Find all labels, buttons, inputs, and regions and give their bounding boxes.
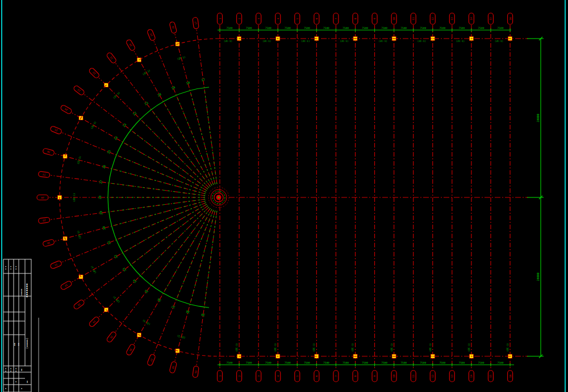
grid-bubble[interactable]: 3 bbox=[256, 13, 261, 24]
grid-bubble[interactable]: 18 bbox=[169, 22, 177, 34]
grid-bubble[interactable]: 15 bbox=[488, 370, 493, 382]
grid-bubble[interactable]: 13 bbox=[449, 13, 454, 24]
grid-bubble[interactable]: 8 bbox=[353, 13, 358, 24]
grid-bubble[interactable]: 5 bbox=[295, 13, 300, 24]
node-marker[interactable] bbox=[63, 154, 67, 158]
grid-bubble[interactable]: 25 bbox=[50, 125, 62, 134]
grid-bubble[interactable]: 10 bbox=[391, 13, 396, 24]
grid-bubble[interactable]: 13 bbox=[449, 370, 454, 382]
grid-bubble[interactable]: 10 bbox=[391, 370, 396, 382]
grid-bubble[interactable]: 29 bbox=[38, 217, 50, 224]
node-marker[interactable] bbox=[469, 37, 473, 41]
grid-bubble[interactable]: 23 bbox=[73, 85, 85, 96]
bay-label-top: (ZC-1) bbox=[417, 40, 426, 43]
grid-bubble[interactable]: 36 bbox=[126, 344, 136, 356]
grid-bubble[interactable]: 14 bbox=[469, 370, 474, 382]
title-block-text: ▪ ▪ bbox=[5, 368, 7, 372]
title-block-text: ▪▪ bbox=[17, 343, 20, 346]
grid-bubble[interactable]: 16 bbox=[508, 370, 513, 382]
grid-bubble[interactable]: 19 bbox=[147, 29, 156, 41]
grid-bubble-number: 26 bbox=[47, 150, 51, 154]
node-marker[interactable] bbox=[469, 355, 473, 359]
grid-bubble[interactable]: 21 bbox=[106, 52, 117, 64]
grid-bubble[interactable]: 26 bbox=[43, 148, 55, 156]
node-marker[interactable] bbox=[137, 58, 141, 62]
grid-bubble[interactable]: 4 bbox=[275, 370, 281, 382]
title-block-text: ▪ bbox=[20, 388, 23, 389]
radial-axis-number: 21 bbox=[144, 101, 149, 106]
grid-bubble-number: 23 bbox=[77, 88, 81, 92]
grid-bubble[interactable]: 4 bbox=[275, 13, 281, 24]
bay-label-bottom: (ZC-1) bbox=[312, 343, 315, 352]
grid-bubble[interactable]: 2 bbox=[237, 370, 242, 382]
grid-bubble[interactable]: 27 bbox=[38, 171, 50, 178]
grid-bubble[interactable]: 37 bbox=[147, 353, 156, 366]
grid-bubble[interactable]: 7 bbox=[333, 370, 339, 382]
radial-bay-label: (ZC-1) bbox=[142, 319, 151, 326]
grid-bubble[interactable]: 5 bbox=[295, 370, 300, 382]
grid-bubble[interactable]: 35 bbox=[106, 331, 117, 343]
grid-bubble[interactable]: 1 bbox=[218, 13, 223, 24]
grid-bubble-number: 33 bbox=[77, 302, 81, 306]
grid-bubble[interactable]: 34 bbox=[89, 316, 101, 328]
grid-bubble[interactable]: 11 bbox=[411, 13, 416, 24]
radial-axis-number: 20 bbox=[157, 92, 162, 98]
center-hub[interactable] bbox=[208, 187, 229, 208]
node-marker-core bbox=[432, 356, 433, 357]
grid-bubble-number: 7 bbox=[335, 18, 337, 19]
grid-bubble[interactable]: 2 bbox=[237, 13, 242, 24]
grid-bubble[interactable]: 20 bbox=[126, 39, 136, 52]
grid-bubble[interactable]: 12 bbox=[430, 370, 435, 382]
grid-bubble[interactable]: 11 bbox=[411, 370, 416, 382]
grid-bubble[interactable]: 15 bbox=[488, 13, 493, 24]
title-block[interactable]: ▪ ▪▪ ▪▪ ▪▪▪▪▪▪▪▪▪▪▪▪▪▪▪▪▪[▪▪▪▪▪]▪ ▪▪ ▪▪ … bbox=[3, 259, 39, 392]
grid-bubble-number: 16 bbox=[509, 374, 512, 378]
bay-dimension: 7500 bbox=[227, 361, 233, 364]
grid-bubble[interactable]: 12 bbox=[430, 13, 435, 24]
radial-grid[interactable]: 1718(ZC-1)1920(ZC-1)2122(ZC-1)2324(ZC-1)… bbox=[49, 30, 217, 365]
title-block-text: ▪ ▪ bbox=[15, 266, 17, 269]
grid-bubble[interactable]: 28 bbox=[37, 195, 48, 200]
title-block-text: ▪ ▪ bbox=[10, 266, 12, 269]
grid-bubble[interactable]: 22 bbox=[89, 68, 101, 79]
grid-bubble[interactable]: 9 bbox=[372, 370, 377, 382]
grid-bubble[interactable]: 33 bbox=[73, 299, 85, 310]
grid-bubble-number: 9 bbox=[373, 18, 376, 19]
grid-bubble-number: 31 bbox=[54, 263, 58, 267]
grid-bubble[interactable]: 7 bbox=[333, 13, 339, 24]
grid-bubble-number: 5 bbox=[296, 375, 299, 377]
bay-label-bottom: (ZC-1) bbox=[429, 343, 432, 352]
drawing-canvas[interactable]: 1718(ZC-1)1920(ZC-1)2122(ZC-1)2324(ZC-1)… bbox=[0, 0, 568, 392]
bay-dimension: 7500 bbox=[227, 27, 233, 29]
radial-axis-number: 26 bbox=[102, 165, 106, 169]
grid-bubble[interactable]: 30 bbox=[43, 239, 55, 247]
grid-bubble[interactable]: 39 bbox=[193, 366, 199, 378]
grid-bubble[interactable]: 6 bbox=[314, 13, 319, 24]
cad-viewport[interactable]: 1718(ZC-1)1920(ZC-1)2122(ZC-1)2324(ZC-1)… bbox=[0, 0, 568, 392]
bay-dimension: 7500 bbox=[285, 27, 291, 29]
radial-axis-number: 23 bbox=[122, 123, 127, 128]
grid-bubble-number: 5 bbox=[296, 18, 299, 19]
grid-bubble-number: 38 bbox=[172, 365, 175, 369]
bay-dimension: 7500 bbox=[458, 27, 465, 29]
bay-dimension: 7500 bbox=[304, 27, 310, 29]
grid-bubble[interactable]: 1 bbox=[218, 370, 223, 382]
grid-bubble[interactable]: 24 bbox=[60, 104, 73, 115]
grid-bubble[interactable]: 3 bbox=[256, 370, 261, 382]
grid-bubble[interactable]: 38 bbox=[169, 361, 177, 374]
grid-bubble[interactable]: 16 bbox=[508, 13, 513, 24]
title-block-text: ▪ ▪ bbox=[5, 266, 7, 269]
grid-bubble[interactable]: 6 bbox=[314, 370, 319, 382]
grid-bubble[interactable]: 17 bbox=[193, 17, 199, 29]
grid-bubble[interactable]: 31 bbox=[50, 260, 62, 269]
bay-label-bottom: (ZC-1) bbox=[351, 343, 354, 352]
grid-bubble[interactable]: 9 bbox=[372, 13, 377, 24]
column-grid[interactable]: (ZC-1)75007500(ZC-1)75007500(ZC-1)750075… bbox=[219, 25, 528, 370]
bay-dimension: 7500 bbox=[265, 361, 272, 364]
radial-axis-number: 24 bbox=[114, 136, 119, 141]
grid-bubble[interactable]: 32 bbox=[60, 280, 73, 290]
grid-bubble[interactable]: 8 bbox=[353, 370, 358, 382]
node-marker[interactable] bbox=[79, 275, 83, 279]
grid-bubble[interactable]: 14 bbox=[469, 13, 474, 24]
grid-bubble-number: 25 bbox=[54, 128, 58, 132]
